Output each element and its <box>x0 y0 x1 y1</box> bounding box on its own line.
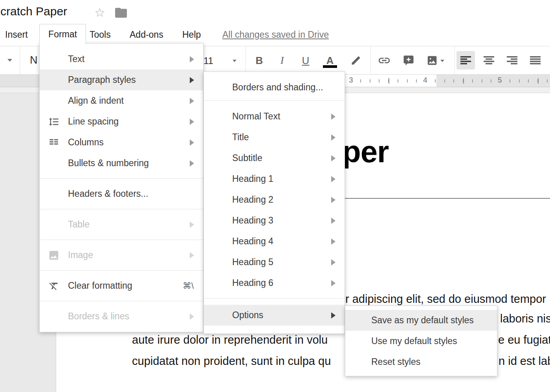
insert-image-caret-icon[interactable] <box>440 60 444 62</box>
submenu-arrow-icon <box>190 98 194 104</box>
menu-separator <box>204 100 345 101</box>
body-text-fragment: cupidatat non proident, sunt in culpa qu <box>132 355 331 368</box>
insert-link-icon[interactable] <box>376 52 392 69</box>
font-size-value[interactable]: 11 <box>204 55 213 66</box>
doc-heading-fragment: per <box>342 134 389 170</box>
paragraph-style-selector[interactable]: N <box>30 54 38 66</box>
all-changes-saved-link[interactable]: All changes saved in Drive <box>222 24 329 46</box>
menu-item-title[interactable]: Title <box>204 127 345 148</box>
font-size-caret-icon[interactable] <box>233 60 236 62</box>
body-text-fragment: aute irure dolor in reprehenderit in vol… <box>132 333 328 346</box>
google-docs-app: { "window": { "title": "Scratch Paper" }… <box>0 0 550 392</box>
document-title[interactable]: Scratch Paper <box>0 5 67 18</box>
body-text-fragment: e eu fugiat <box>498 333 550 346</box>
body-text-fragment: laboris nis <box>500 312 550 325</box>
paragraph-styles-submenu: Borders and shading... Normal Text Title… <box>204 71 345 334</box>
menu-item-borders-lines: Borders & lines <box>40 306 203 327</box>
menu-item-subtitle[interactable]: Subtitle <box>204 148 345 169</box>
menu-item-use-my-default-styles[interactable]: Use my default styles <box>345 331 497 352</box>
options-submenu: Save as my default styles Use my default… <box>345 306 497 376</box>
menu-item-align-indent[interactable]: Align & indent <box>40 90 203 111</box>
highlight-color-button[interactable] <box>348 52 364 69</box>
menu-item-heading-5[interactable]: Heading 5 <box>204 252 345 273</box>
title-bar: Scratch Paper <box>0 0 550 24</box>
italic-button[interactable]: I <box>274 52 290 69</box>
align-left-button[interactable] <box>456 51 475 70</box>
menu-item-bullets-numbering[interactable]: Bullets & numbering <box>40 153 203 174</box>
menu-item-normal-text[interactable]: Normal Text <box>204 106 345 127</box>
align-right-button[interactable] <box>503 51 521 70</box>
toolbar-separator <box>20 46 20 74</box>
menu-separator <box>40 240 203 240</box>
submenu-arrow-icon <box>190 313 194 320</box>
menu-separator <box>40 178 203 179</box>
toolbar-separator <box>370 46 371 74</box>
submenu-arrow-icon <box>190 252 194 258</box>
menu-item-table: Table <box>40 214 203 235</box>
toolbar-separator <box>246 46 246 74</box>
submenu-arrow-icon <box>190 222 194 228</box>
submenu-arrow-icon <box>190 56 194 62</box>
menu-item-reset-styles[interactable]: Reset styles <box>345 352 497 372</box>
submenu-arrow-icon <box>331 280 336 286</box>
menu-item-options[interactable]: Options <box>204 305 345 326</box>
add-comment-icon[interactable] <box>401 52 416 69</box>
toolbar-separator <box>455 46 455 74</box>
underline-button[interactable]: U <box>298 52 314 69</box>
menu-item-save-as-my-default-styles[interactable]: Save as my default styles <box>345 310 497 331</box>
submenu-arrow-icon <box>331 259 336 266</box>
menu-item-borders-and-shading[interactable]: Borders and shading... <box>204 77 345 98</box>
menu-item-heading-1[interactable]: Heading 1 <box>204 169 345 189</box>
image-icon <box>40 249 68 261</box>
menu-separator <box>204 298 345 299</box>
menu-help[interactable]: Help <box>182 24 201 46</box>
submenu-arrow-icon <box>331 197 336 203</box>
menu-item-columns[interactable]: Columns <box>40 132 203 153</box>
submenu-arrow-icon <box>190 119 194 125</box>
ruler-mark-5: 5 <box>496 76 504 84</box>
menu-item-paragraph-styles[interactable]: Paragraph styles <box>40 70 203 90</box>
ruler-mark-4: 4 <box>422 76 429 84</box>
submenu-arrow-icon <box>331 238 336 245</box>
submenu-arrow-icon <box>331 218 336 224</box>
submenu-arrow-icon <box>331 134 336 141</box>
menu-separator <box>40 301 203 301</box>
text-color-swatch <box>323 65 337 68</box>
menu-item-heading-4[interactable]: Heading 4 <box>204 231 345 252</box>
menu-item-text[interactable]: Text <box>40 49 203 70</box>
submenu-arrow-icon <box>331 114 336 120</box>
menu-insert[interactable]: Insert <box>5 24 28 46</box>
menu-separator <box>40 209 203 209</box>
menu-separator <box>40 270 203 271</box>
format-menu: Text Paragraph styles Align & indent Lin… <box>39 43 204 332</box>
menu-item-heading-3[interactable]: Heading 3 <box>204 210 345 231</box>
body-text-fragment: r adipiscing elit, sed do eiusmod tempor <box>345 293 546 306</box>
justify-button[interactable] <box>526 51 544 70</box>
bold-button[interactable]: B <box>251 52 267 69</box>
submenu-arrow-icon <box>331 155 336 161</box>
align-center-button[interactable] <box>480 51 498 70</box>
insert-image-icon[interactable] <box>424 52 440 69</box>
menu-item-image: Image <box>40 245 203 266</box>
ruler-mark-3: 3 <box>347 76 355 84</box>
submenu-arrow-icon <box>190 160 194 167</box>
star-icon[interactable] <box>94 7 106 20</box>
folder-icon[interactable] <box>115 8 127 19</box>
menu-item-line-spacing[interactable]: Line spacing <box>40 111 203 132</box>
line-spacing-icon <box>40 116 68 127</box>
menu-add-ons[interactable]: Add-ons <box>130 24 163 46</box>
toolbar-overflow-caret-icon[interactable] <box>7 59 12 62</box>
menu-item-heading-2[interactable]: Heading 2 <box>204 189 345 210</box>
shortcut-label: ⌘\ <box>183 281 194 291</box>
menu-item-heading-6[interactable]: Heading 6 <box>204 273 345 293</box>
submenu-arrow-icon <box>190 139 194 146</box>
columns-icon <box>40 137 68 148</box>
menu-tools[interactable]: Tools <box>90 24 111 46</box>
submenu-arrow-icon <box>331 176 336 182</box>
menu-item-headers-footers[interactable]: Headers & footers... <box>40 183 203 204</box>
body-text-fragment: n id est lab <box>499 355 550 368</box>
submenu-arrow-icon <box>331 312 336 319</box>
clear-formatting-icon <box>40 280 68 291</box>
menu-format[interactable]: Format <box>39 24 86 44</box>
menu-item-clear-formatting[interactable]: Clear formatting ⌘\ <box>40 275 203 296</box>
